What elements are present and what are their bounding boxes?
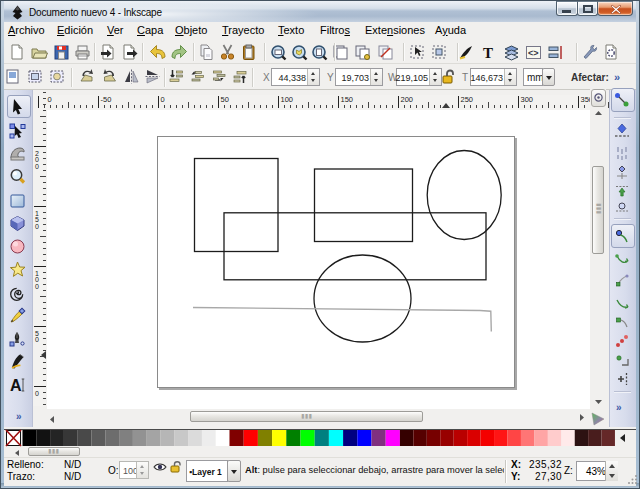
svg-text:0: 0 <box>48 95 52 104</box>
svg-text:A: A <box>10 377 22 394</box>
svg-text:T: T <box>483 45 493 61</box>
svg-text:150: 150 <box>341 95 354 104</box>
svg-text:0: 0 <box>35 336 39 343</box>
svg-text:<>: <> <box>528 48 539 58</box>
svg-text:250: 250 <box>461 95 474 104</box>
svg-text:100: 100 <box>281 95 294 104</box>
svg-text:0: 0 <box>35 163 39 170</box>
svg-text:300: 300 <box>521 95 534 104</box>
svg-text:50: 50 <box>221 95 229 104</box>
svg-text:0: 0 <box>35 223 39 230</box>
svg-text:0: 0 <box>35 390 39 397</box>
svg-text:0: 0 <box>35 283 39 290</box>
svg-text:-50: -50 <box>101 95 112 104</box>
svg-text:200: 200 <box>401 95 414 104</box>
svg-text:0: 0 <box>161 95 165 104</box>
